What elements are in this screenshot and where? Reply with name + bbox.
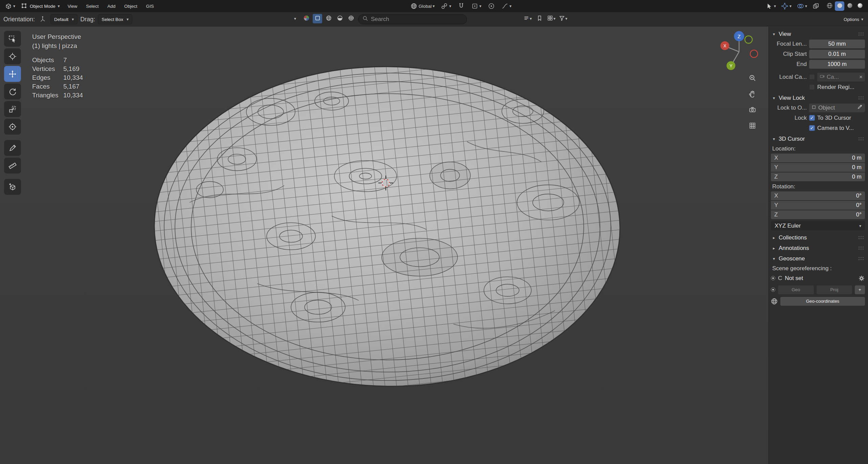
- cursor-tool[interactable]: [4, 48, 21, 64]
- proj-button[interactable]: Proj: [817, 285, 852, 294]
- geo-coordinates-button[interactable]: Geo-coordinates: [780, 297, 865, 306]
- panel-header-view-lock[interactable]: ▾ View Lock: [771, 93, 865, 103]
- proportional-falloff-dropdown[interactable]: ▾: [500, 2, 513, 10]
- snap-settings-dropdown[interactable]: ▾: [470, 2, 483, 10]
- annotate-tool[interactable]: [4, 140, 21, 156]
- panel-title-geoscene: Geoscene: [779, 255, 805, 262]
- stat-label: Faces: [32, 82, 63, 91]
- panel-grip-handle[interactable]: [859, 236, 860, 237]
- zoom-button[interactable]: [746, 71, 759, 84]
- display-mode-dropdown[interactable]: ▾: [523, 14, 532, 23]
- basemap-globe-button[interactable]: [324, 14, 333, 23]
- clip-end-field[interactable]: 1000 m: [809, 60, 865, 69]
- lock-to-object-field[interactable]: Object: [809, 103, 865, 112]
- measure-tool[interactable]: [4, 158, 21, 173]
- axis-label: Y: [774, 202, 782, 209]
- panel-header-view[interactable]: ▾ View: [771, 29, 865, 39]
- object-type-visibility-dropdown[interactable]: ▾: [764, 2, 777, 10]
- geo-proj-radio[interactable]: [771, 287, 775, 292]
- geodetic-grid-button[interactable]: [346, 14, 356, 23]
- scale-tool[interactable]: [4, 101, 21, 117]
- transform-orientation-dropdown[interactable]: Global ▾: [409, 2, 436, 10]
- panel-grip-handle[interactable]: [859, 96, 860, 97]
- object-data-icon: [811, 105, 816, 111]
- camera-to-view-checkbox[interactable]: ✓: [809, 125, 815, 131]
- menu-object[interactable]: Object: [120, 3, 141, 10]
- crs-settings-button[interactable]: [858, 275, 865, 282]
- crs-radio[interactable]: [771, 276, 775, 280]
- cursor-location-z[interactable]: Z 0 m: [771, 172, 865, 181]
- render-region-checkbox[interactable]: [809, 84, 815, 90]
- panel-header-annotations[interactable]: ▸ Annotations: [771, 243, 865, 253]
- show-gizmo-toggle[interactable]: ▾: [780, 2, 793, 10]
- menu-view[interactable]: View: [64, 3, 81, 10]
- pivot-point-dropdown[interactable]: ▾: [439, 2, 452, 10]
- panel-grip-handle[interactable]: [859, 247, 860, 248]
- crs-value: Not set: [785, 275, 803, 282]
- shading-wireframe-button[interactable]: [825, 1, 834, 11]
- panel-header-geoscene[interactable]: ▾ Geoscene: [771, 253, 865, 264]
- transform-tool[interactable]: [4, 119, 21, 135]
- shading-solid-button[interactable]: [835, 1, 844, 11]
- basemap-toggle-active[interactable]: [313, 14, 322, 23]
- bookmark-button[interactable]: [535, 14, 544, 23]
- terrain-sphere-button[interactable]: [335, 14, 344, 23]
- menu-select[interactable]: Select: [82, 3, 102, 10]
- eyedropper-icon[interactable]: [857, 104, 863, 111]
- drag-dropdown[interactable]: Select Box ▾: [98, 14, 132, 24]
- move-tool[interactable]: [4, 66, 21, 82]
- xray-toggle[interactable]: [811, 2, 821, 10]
- panel-grip-handle[interactable]: [859, 137, 860, 138]
- cursor-rotation-z[interactable]: Z 0°: [771, 210, 865, 219]
- search-input[interactable]: [371, 16, 463, 23]
- proportional-editing-toggle[interactable]: [486, 2, 496, 10]
- toggle-orthographic-button[interactable]: [746, 119, 759, 132]
- search-bar[interactable]: [358, 14, 467, 24]
- rotate-tool[interactable]: [4, 84, 21, 99]
- panel-grip-handle[interactable]: [859, 257, 860, 258]
- rotation-mode-dropdown[interactable]: XYZ Euler ▾: [771, 221, 865, 230]
- clear-camera-icon[interactable]: ×: [859, 74, 863, 80]
- chevron-down-icon: ▾: [449, 4, 451, 8]
- axis-value: 0 m: [852, 173, 862, 180]
- cursor-location-x[interactable]: X 0 m: [771, 154, 865, 162]
- preview-sphere-button[interactable]: [302, 14, 311, 23]
- viewport-3d[interactable]: User Perspective (1) lights | pizza Obje…: [0, 27, 868, 464]
- panel-collapse-button[interactable]: ▾: [290, 14, 300, 23]
- cursor-rotation-x[interactable]: X 0°: [771, 191, 865, 200]
- orientation-gizmo-icon-button[interactable]: [38, 15, 48, 24]
- geo-button[interactable]: Geo: [778, 285, 814, 294]
- axis-x-neg-ball[interactable]: [750, 50, 758, 57]
- object-mode-dropdown[interactable]: Object Mode ▾: [18, 1, 63, 11]
- options-button[interactable]: Options ▾: [844, 12, 863, 26]
- axis-y-neg-ball[interactable]: [745, 36, 752, 43]
- clip-start-field[interactable]: 0.01 m: [809, 50, 865, 59]
- orientation-dropdown[interactable]: Default ▾: [50, 14, 77, 24]
- snap-toggle[interactable]: [456, 2, 466, 10]
- add-cube-tool[interactable]: [4, 179, 21, 195]
- stat-value: 5,167: [63, 82, 83, 91]
- pan-hand-button[interactable]: [746, 87, 759, 100]
- focal-length-field[interactable]: 50 mm: [809, 40, 865, 48]
- to-3d-cursor-checkbox[interactable]: ✓: [809, 115, 815, 121]
- panel-header-collections[interactable]: ▸ Collections: [771, 232, 865, 243]
- filter-dropdown[interactable]: ▾: [558, 14, 568, 23]
- cursor-location-y[interactable]: Y 0 m: [771, 163, 865, 172]
- panel-grip-handle[interactable]: [859, 32, 860, 33]
- local-camera-field[interactable]: Ca... ×: [817, 73, 865, 82]
- panel-header-3d-cursor[interactable]: ▾ 3D Cursor: [771, 134, 865, 144]
- collections-view-dropdown[interactable]: ▾: [547, 14, 556, 23]
- add-crs-button[interactable]: +: [855, 285, 865, 294]
- camera-view-button[interactable]: [746, 103, 759, 116]
- axis-gizmo[interactable]: Z X Y: [717, 30, 761, 73]
- shading-material-button[interactable]: [845, 1, 854, 11]
- local-camera-checkbox[interactable]: [809, 74, 815, 80]
- menu-gis[interactable]: GIS: [142, 3, 158, 10]
- shading-rendered-button[interactable]: [855, 1, 865, 11]
- panel-title-annotations: Annotations: [779, 245, 809, 252]
- editor-type-button[interactable]: ▾: [3, 2, 17, 10]
- show-overlays-toggle[interactable]: ▾: [795, 2, 808, 10]
- select-box-tool[interactable]: [4, 31, 21, 47]
- cursor-rotation-y[interactable]: Y 0°: [771, 201, 865, 210]
- menu-add[interactable]: Add: [104, 3, 119, 10]
